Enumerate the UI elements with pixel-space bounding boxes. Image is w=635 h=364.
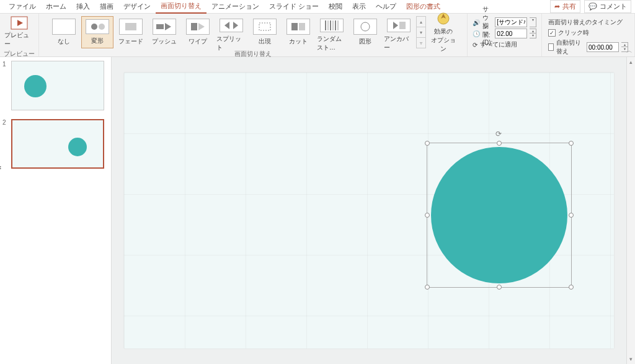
- advance-label: 画面切り替えのタイミング: [548, 18, 623, 27]
- cut-icon: [286, 19, 310, 35]
- workspace: 1 2 ✻ ⟳: [0, 57, 635, 364]
- scroll-down-button[interactable]: ▾: [627, 354, 635, 364]
- scroll-up-button[interactable]: ▴: [627, 57, 635, 67]
- gallery-expand[interactable]: ▿: [417, 38, 425, 48]
- reveal-icon: [253, 19, 277, 35]
- sound-dropdown-arrow[interactable]: ▾: [530, 18, 536, 22]
- slide-canvas-area: ⟳: [112, 57, 626, 364]
- transition-shape[interactable]: 図形: [349, 16, 381, 48]
- svg-rect-18: [335, 20, 336, 30]
- slide-thumbnail-1[interactable]: [11, 61, 104, 110]
- tab-slideshow[interactable]: スライド ショー: [264, 0, 324, 13]
- after-checkbox[interactable]: [548, 43, 554, 51]
- slide-canvas[interactable]: ⟳: [124, 73, 614, 348]
- svg-marker-8: [198, 23, 205, 30]
- svg-marker-10: [233, 22, 238, 29]
- tab-help[interactable]: ヘルプ: [371, 0, 401, 13]
- push-icon: [153, 19, 176, 35]
- svg-rect-16: [330, 20, 331, 30]
- tab-view[interactable]: 表示: [347, 0, 371, 13]
- ribbon-group-preview: プレビュー プレビュー: [0, 14, 39, 56]
- resize-handle-tl[interactable]: [425, 141, 430, 146]
- svg-rect-7: [191, 23, 197, 30]
- duration-input[interactable]: [495, 29, 527, 38]
- resize-handle-ml[interactable]: [425, 213, 430, 218]
- fade-icon: [119, 19, 143, 35]
- ribbon-collapse[interactable]: ︿: [626, 47, 633, 55]
- ribbon-group-transitions: なし 変形 フェード プッシュ ワイプ: [39, 14, 468, 56]
- effect-options-button[interactable]: 効果の オプション: [429, 16, 458, 48]
- transitions-gallery: なし 変形 フェード プッシュ ワイプ: [48, 16, 426, 48]
- transition-morph[interactable]: 変形: [81, 16, 113, 48]
- svg-rect-19: [337, 20, 339, 30]
- scroll-track[interactable]: [627, 67, 635, 354]
- comment-icon: 💬: [588, 2, 597, 11]
- svg-rect-14: [325, 20, 326, 30]
- preview-icon: [10, 16, 29, 30]
- tab-file[interactable]: ファイル: [4, 0, 41, 13]
- onclick-label: クリック時: [558, 29, 589, 37]
- clock-icon: 🕓: [473, 30, 480, 37]
- transition-wipe[interactable]: ワイプ: [182, 16, 214, 48]
- svg-rect-12: [291, 23, 298, 30]
- slide1-shape: [24, 75, 47, 97]
- random-icon: [320, 19, 344, 32]
- gallery-scroll-down[interactable]: ▾: [417, 27, 425, 38]
- resize-handle-br[interactable]: [569, 285, 574, 290]
- transition-reveal[interactable]: 出現: [249, 16, 281, 48]
- resize-handle-bm[interactable]: [497, 285, 502, 290]
- tab-review[interactable]: 校閲: [324, 0, 347, 13]
- resize-handle-tm[interactable]: [497, 141, 502, 146]
- tab-insert[interactable]: 挿入: [71, 0, 95, 13]
- slide-thumbnail-2[interactable]: [11, 119, 104, 169]
- transition-cut[interactable]: カット: [282, 16, 314, 48]
- tab-bar: ファイル ホーム 挿入 描画 デザイン 画面切り替え アニメーション スライド …: [0, 0, 635, 14]
- duration-up[interactable]: ▴: [530, 29, 536, 33]
- ribbon-group-timing-left: 🔊 サウンド: ▾ 🕓 期間(D): ▴ ▾ ⟳ すべてに適用: [468, 14, 542, 56]
- tab-draw[interactable]: 描画: [95, 0, 118, 13]
- share-icon: ➦: [554, 2, 560, 11]
- apply-all-button[interactable]: すべてに適用: [480, 40, 517, 49]
- gallery-scroll-up[interactable]: ▴: [417, 17, 425, 27]
- svg-point-2: [91, 24, 97, 30]
- duration-down[interactable]: ▾: [530, 33, 536, 38]
- tab-design[interactable]: デザイン: [118, 0, 156, 13]
- gallery-scroll[interactable]: ▴ ▾ ▿: [416, 16, 426, 48]
- vertical-scrollbar[interactable]: ▴ ▾: [626, 57, 635, 364]
- svg-rect-22: [399, 22, 406, 29]
- share-button[interactable]: ➦ 共有: [550, 0, 580, 13]
- svg-rect-17: [332, 20, 334, 30]
- slide-number-2: 2: [2, 119, 9, 126]
- none-icon: [52, 19, 76, 35]
- sound-dropdown[interactable]: [495, 17, 527, 27]
- comment-button[interactable]: 💬 コメント: [584, 0, 631, 13]
- svg-rect-5: [156, 24, 164, 29]
- svg-rect-11: [259, 23, 270, 30]
- slide-number-1: 1: [2, 61, 9, 68]
- apply-all-icon: ⟳: [473, 42, 477, 48]
- tab-animations[interactable]: アニメーション: [206, 0, 264, 13]
- preview-group-label: プレビュー: [4, 50, 35, 58]
- svg-marker-21: [393, 22, 398, 29]
- svg-point-3: [99, 24, 105, 30]
- transition-push[interactable]: プッシュ: [148, 16, 180, 48]
- slide-thumb-1-wrap: 1: [2, 61, 109, 110]
- after-label: 自動切り替え: [556, 38, 584, 56]
- transition-random-bars[interactable]: ランダムスト…: [316, 16, 348, 48]
- transition-indicator-icon: ✻: [0, 164, 1, 171]
- tab-home[interactable]: ホーム: [41, 0, 71, 13]
- svg-marker-6: [165, 23, 171, 30]
- onclick-checkbox[interactable]: ✓: [548, 29, 556, 37]
- preview-button[interactable]: プレビュー: [4, 16, 34, 48]
- transition-uncover[interactable]: アンカバー: [383, 16, 415, 48]
- tab-transitions[interactable]: 画面切り替え: [156, 0, 206, 14]
- transition-none[interactable]: なし: [48, 16, 80, 48]
- transition-split[interactable]: スプリット: [215, 16, 247, 48]
- rotate-handle-icon[interactable]: ⟳: [495, 130, 503, 137]
- resize-handle-mr[interactable]: [569, 213, 574, 218]
- after-input[interactable]: [587, 42, 619, 52]
- transition-fade[interactable]: フェード: [115, 16, 147, 48]
- resize-handle-bl[interactable]: [425, 285, 430, 290]
- wipe-icon: [186, 19, 210, 35]
- resize-handle-tr[interactable]: [569, 141, 574, 146]
